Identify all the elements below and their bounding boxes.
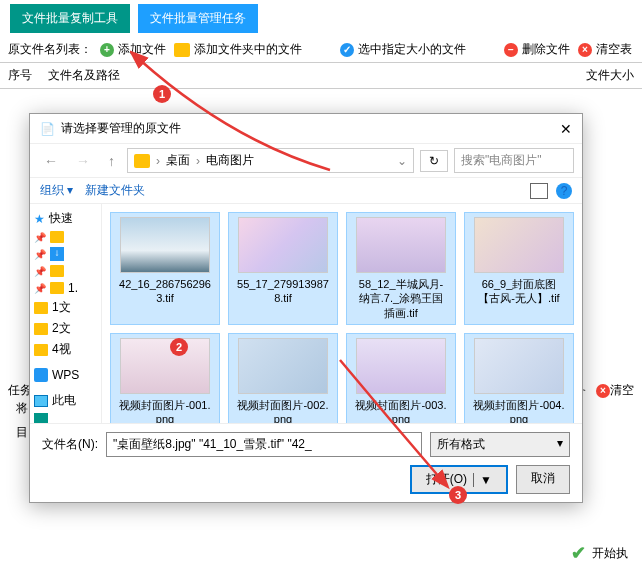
- select-size-button[interactable]: ✓选中指定大小的文件: [340, 41, 466, 58]
- thumbnail: [120, 217, 210, 273]
- file-item[interactable]: 55_17_2799139878.tif: [228, 212, 338, 325]
- file-item[interactable]: 66_9_封面底图【古风-无人】.tif: [464, 212, 574, 325]
- add-folder-button[interactable]: 添加文件夹中的文件: [174, 41, 302, 58]
- file-name: 66_9_封面底图【古风-无人】.tif: [472, 277, 566, 306]
- callout-badge-2: 2: [170, 338, 188, 356]
- sidebar-item[interactable]: [32, 411, 99, 423]
- file-name: 55_17_2799139878.tif: [236, 277, 330, 306]
- plus-icon: +: [100, 43, 114, 57]
- chevron-down-icon[interactable]: ⌄: [397, 154, 407, 168]
- manage-task-button[interactable]: 文件批量管理任务: [138, 4, 258, 33]
- minus-icon: −: [504, 43, 518, 57]
- breadcrumb[interactable]: › 桌面 › 电商图片 ⌄: [127, 148, 414, 173]
- organize-menu[interactable]: 组织 ▾: [40, 182, 73, 199]
- file-name: 视频封面图片-002.png: [236, 398, 330, 423]
- folder-icon: [134, 154, 150, 168]
- start-button[interactable]: ✔ 开始执: [563, 538, 636, 568]
- delete-file-button[interactable]: −删除文件: [504, 41, 570, 58]
- copy-tool-button[interactable]: 文件批量复制工具: [10, 4, 130, 33]
- col-size: 文件大小: [574, 67, 634, 84]
- new-folder-button[interactable]: 新建文件夹: [85, 182, 145, 199]
- file-item[interactable]: 58_12_半城风月-纳言.7._涂鸦王国插画.tif: [346, 212, 456, 325]
- refresh-button[interactable]: ↻: [420, 150, 448, 172]
- file-open-dialog: 📄 请选择要管理的原文件 ✕ ← → ↑ › 桌面 › 电商图片 ⌄ ↻ 搜索"…: [29, 113, 583, 503]
- dialog-title: 请选择要管理的原文件: [61, 120, 560, 137]
- sidebar-wps[interactable]: WPS: [32, 366, 99, 384]
- view-mode-button[interactable]: [530, 183, 548, 199]
- files-grid: 42_16_2867562963.tif55_17_2799139878.tif…: [102, 204, 582, 423]
- help-icon[interactable]: ?: [556, 183, 572, 199]
- callout-badge-1: 1: [153, 85, 171, 103]
- search-input[interactable]: 搜索"电商图片": [454, 148, 574, 173]
- thumbnail: [474, 217, 564, 273]
- thumbnail: [120, 338, 210, 394]
- file-item[interactable]: 视频封面图片-001.png: [110, 333, 220, 423]
- thumbnail: [474, 338, 564, 394]
- thumbnail: [356, 338, 446, 394]
- sidebar-item[interactable]: 📌: [32, 229, 99, 245]
- sidebar-item[interactable]: 📌1.: [32, 279, 99, 297]
- target-label: 将: [16, 400, 28, 417]
- back-button[interactable]: ←: [38, 151, 64, 171]
- chevron-down-icon[interactable]: ▼: [473, 473, 492, 487]
- file-item[interactable]: 视频封面图片-004.png: [464, 333, 574, 423]
- file-item[interactable]: 42_16_2867562963.tif: [110, 212, 220, 325]
- clear-button[interactable]: ×清空表: [578, 41, 632, 58]
- thumbnail: [356, 217, 446, 273]
- check-icon: ✔: [571, 542, 586, 564]
- col-seq: 序号: [8, 67, 48, 84]
- source-list-label: 原文件名列表：: [8, 41, 92, 58]
- clear2-button[interactable]: ×清空: [596, 382, 634, 399]
- forward-button[interactable]: →: [70, 151, 96, 171]
- file-name: 58_12_半城风月-纳言.7._涂鸦王国插画.tif: [354, 277, 448, 320]
- file-name: 视频封面图片-004.png: [472, 398, 566, 423]
- file-item[interactable]: 视频封面图片-002.png: [228, 333, 338, 423]
- close-button[interactable]: ✕: [560, 121, 572, 137]
- sidebar: ★快速 📌 📌↓ 📌 📌1. 1文 2文 4视 WPS 此电: [30, 204, 102, 423]
- check-icon: ✓: [340, 43, 354, 57]
- filename-input[interactable]: "桌面壁纸8.jpg" "41_10_雪景.tif" "42_: [106, 432, 422, 457]
- sidebar-item[interactable]: 📌: [32, 263, 99, 279]
- add-file-button[interactable]: +添加文件: [100, 41, 166, 58]
- x-icon: ×: [596, 384, 610, 398]
- sidebar-item[interactable]: 📌↓: [32, 245, 99, 263]
- up-button[interactable]: ↑: [102, 151, 121, 171]
- filename-label: 文件名(N):: [42, 436, 98, 453]
- file-item[interactable]: 视频封面图片-003.png: [346, 333, 456, 423]
- filter-select[interactable]: 所有格式 ▾: [430, 432, 570, 457]
- callout-badge-3: 3: [449, 486, 467, 504]
- cancel-button[interactable]: 取消: [516, 465, 570, 494]
- file-name: 视频封面图片-001.png: [118, 398, 212, 423]
- file-name: 视频封面图片-003.png: [354, 398, 448, 423]
- cat-label: 目: [16, 424, 28, 441]
- thumbnail: [238, 217, 328, 273]
- folder-icon: [174, 43, 190, 57]
- sidebar-pc[interactable]: 此电: [32, 390, 99, 411]
- sidebar-item[interactable]: 2文: [32, 318, 99, 339]
- sidebar-quick[interactable]: ★快速: [32, 208, 99, 229]
- thumbnail: [238, 338, 328, 394]
- x-icon: ×: [578, 43, 592, 57]
- app-icon: 📄: [40, 122, 55, 136]
- sidebar-item[interactable]: 1文: [32, 297, 99, 318]
- file-name: 42_16_2867562963.tif: [118, 277, 212, 306]
- sidebar-item[interactable]: 4视: [32, 339, 99, 360]
- col-name: 文件名及路径: [48, 67, 574, 84]
